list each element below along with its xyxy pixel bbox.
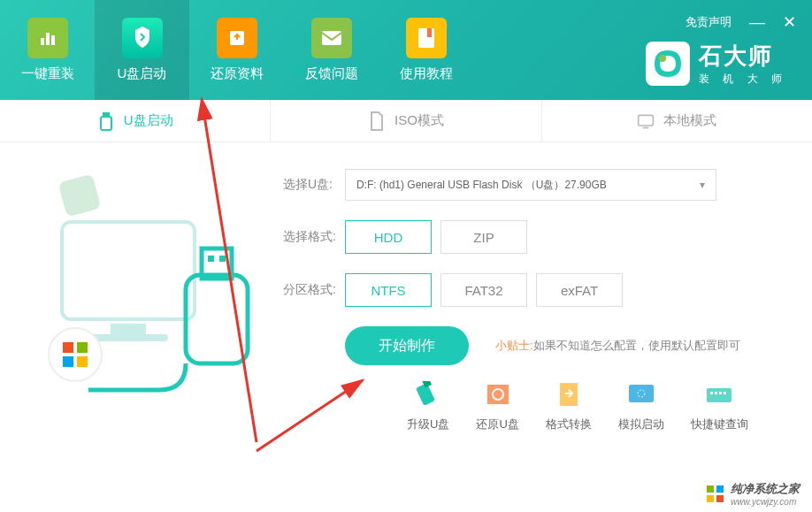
brand-title: 石大师 <box>699 41 787 72</box>
tool-label: 还原U盘 <box>476 416 518 432</box>
tool-hotkey-query[interactable]: 快捷键查询 <box>691 381 748 432</box>
usb-icon <box>97 111 115 132</box>
format-option-hdd[interactable]: HDD <box>345 220 432 254</box>
svg-rect-4 <box>322 31 341 45</box>
simulate-boot-icon <box>625 381 657 408</box>
svg-rect-24 <box>77 356 88 367</box>
nav-tab-tutorial[interactable]: 使用教程 <box>379 0 473 100</box>
brand: 石大师 装 机 大 师 <box>646 41 787 87</box>
upgrade-usb-icon <box>412 381 444 408</box>
tool-format-convert[interactable]: 格式转换 <box>546 381 592 432</box>
svg-rect-41 <box>707 495 714 502</box>
chevron-down-icon: ▾ <box>700 179 705 191</box>
svg-rect-39 <box>707 485 714 493</box>
svg-rect-22 <box>77 342 88 353</box>
tool-label: 模拟启动 <box>618 416 664 432</box>
sub-tab-iso[interactable]: ISO模式 <box>271 100 541 141</box>
nav-tab-usb-boot[interactable]: U盘启动 <box>95 0 189 100</box>
svg-point-20 <box>49 328 102 381</box>
tool-upgrade-usb[interactable]: 升级U盘 <box>407 381 449 432</box>
watermark-text: 纯净系统之家 <box>731 481 800 497</box>
tool-restore-usb[interactable]: 还原U盘 <box>476 381 518 432</box>
nav-label: U盘启动 <box>118 65 167 82</box>
svg-rect-5 <box>418 28 434 48</box>
sub-tab-label: 本地模式 <box>663 112 716 129</box>
nav-tab-reinstall[interactable]: 一键重装 <box>0 0 95 100</box>
format-label: 选择格式: <box>283 229 345 245</box>
partition-option-exfat[interactable]: exFAT <box>536 273 623 307</box>
close-button[interactable]: ✕ <box>783 12 796 32</box>
svg-rect-11 <box>643 126 649 128</box>
svg-rect-0 <box>41 38 44 45</box>
svg-rect-19 <box>58 174 102 218</box>
nav-label: 使用教程 <box>400 65 453 82</box>
disclaimer-link[interactable]: 免责声明 <box>686 14 732 30</box>
usb-select-value: D:F: (hd1) General USB Flash Disk （U盘）27… <box>356 178 607 193</box>
svg-rect-27 <box>487 385 509 404</box>
svg-rect-40 <box>716 485 724 493</box>
tip: 小贴士:如果不知道怎么配置，使用默认配置即可 <box>495 338 740 354</box>
tool-label: 升级U盘 <box>407 416 449 432</box>
sub-tab-usb[interactable]: U盘启动 <box>0 100 271 141</box>
svg-rect-12 <box>62 222 195 319</box>
watermark-url: www.ycwjzy.com <box>731 497 800 507</box>
svg-rect-34 <box>715 392 717 394</box>
usb-select-label: 选择U盘: <box>283 177 345 193</box>
local-icon <box>637 111 655 132</box>
nav-label: 一键重装 <box>21 65 74 82</box>
svg-rect-21 <box>63 342 73 353</box>
minimize-button[interactable]: — <box>749 13 765 32</box>
tutorial-icon <box>406 18 447 58</box>
sub-tab-label: U盘启动 <box>124 112 173 129</box>
usb-illustration <box>35 169 257 416</box>
svg-rect-13 <box>111 324 146 334</box>
watermark-logo-icon <box>706 485 725 504</box>
usb-shield-icon <box>122 18 163 58</box>
nav-label: 还原资料 <box>211 65 264 82</box>
svg-rect-17 <box>208 256 214 262</box>
format-convert-icon <box>553 381 585 408</box>
nav-label: 反馈问题 <box>305 65 358 82</box>
svg-rect-42 <box>716 495 724 502</box>
svg-rect-23 <box>63 356 73 367</box>
svg-rect-36 <box>724 392 726 394</box>
tip-text: 如果不知道怎么配置，使用默认配置即可 <box>533 339 740 352</box>
brand-subtitle: 装 机 大 师 <box>699 72 787 87</box>
sub-tab-label: ISO模式 <box>395 112 444 129</box>
iso-icon <box>368 111 386 132</box>
usb-select[interactable]: D:F: (hd1) General USB Flash Disk （U盘）27… <box>345 169 716 201</box>
partition-option-fat32[interactable]: FAT32 <box>440 273 527 307</box>
nav-tab-feedback[interactable]: 反馈问题 <box>284 0 379 100</box>
tool-label: 格式转换 <box>546 416 592 432</box>
restore-icon <box>217 18 257 58</box>
svg-rect-18 <box>219 256 226 262</box>
hotkey-icon <box>703 381 735 408</box>
svg-rect-2 <box>51 35 55 45</box>
svg-rect-10 <box>639 115 654 126</box>
sub-tab-local[interactable]: 本地模式 <box>542 100 812 141</box>
svg-rect-32 <box>707 388 732 402</box>
svg-rect-6 <box>427 28 432 37</box>
svg-rect-14 <box>88 334 168 341</box>
svg-rect-9 <box>101 117 111 130</box>
partition-label: 分区格式: <box>283 282 345 298</box>
partition-option-ntfs[interactable]: NTFS <box>345 273 432 307</box>
tip-label: 小贴士: <box>495 339 533 352</box>
svg-rect-30 <box>629 385 654 402</box>
format-option-zip[interactable]: ZIP <box>440 220 527 254</box>
restore-usb-icon <box>482 381 514 408</box>
nav-tab-restore[interactable]: 还原资料 <box>189 0 284 100</box>
start-create-button[interactable]: 开始制作 <box>345 326 469 365</box>
brand-logo-icon <box>646 42 690 86</box>
svg-point-7 <box>659 55 666 62</box>
svg-rect-35 <box>719 392 722 394</box>
tool-simulate-boot[interactable]: 模拟启动 <box>618 381 664 432</box>
tool-label: 快捷键查询 <box>691 416 748 432</box>
watermark: 纯净系统之家 www.ycwjzy.com <box>706 481 800 507</box>
bar-chart-icon <box>27 18 68 58</box>
svg-rect-33 <box>710 392 713 394</box>
feedback-icon <box>311 18 352 58</box>
svg-rect-1 <box>46 33 50 45</box>
